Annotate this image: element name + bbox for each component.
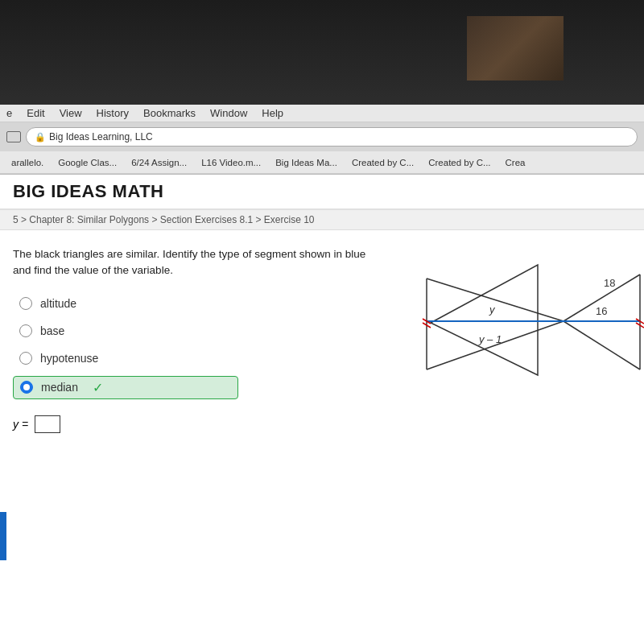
radio-base[interactable]	[19, 324, 32, 337]
lock-icon: 🔒	[35, 132, 46, 142]
radio-inner-dot	[23, 384, 30, 390]
menu-item-view[interactable]: View	[60, 107, 82, 119]
label-18: 18	[604, 277, 615, 289]
radio-altitude[interactable]	[19, 297, 32, 310]
left-triangle	[431, 265, 538, 375]
radio-median[interactable]	[20, 381, 33, 394]
bookmark-created-c1[interactable]: Created by C...	[345, 156, 420, 169]
variable-input-row: y =	[13, 415, 631, 433]
address-bar[interactable]: 🔒 Big Ideas Learning, LLC	[26, 127, 638, 147]
left-tri-bottom-edge	[427, 321, 564, 369]
variable-label: y =	[13, 418, 28, 431]
bookmark-big-ideas-ma[interactable]: Big Ideas Ma...	[269, 156, 344, 169]
browser-window: e Edit View History Bookmarks Window Hel…	[0, 105, 644, 644]
tab-icon[interactable]	[6, 131, 21, 142]
address-bar-text: Big Ideas Learning, LLC	[49, 131, 153, 142]
diagram-svg: y 18 16 y – 1	[419, 242, 644, 403]
menu-item-e[interactable]: e	[6, 107, 12, 119]
right-tri-bottom-edge	[564, 321, 640, 369]
exercise-area: The black triangles are similar. Identif…	[0, 230, 644, 644]
bookmark-l16-video[interactable]: L16 Video.m...	[195, 156, 267, 169]
site-header: BIG IDEAS MATH	[0, 175, 644, 210]
bookmark-crea[interactable]: Crea	[499, 156, 532, 169]
monitor-frame: e Edit View History Bookmarks Window Hel…	[0, 0, 644, 644]
menu-item-window[interactable]: Window	[210, 107, 247, 119]
choice-median[interactable]: median ✓	[13, 376, 238, 399]
checkmark-icon: ✓	[93, 380, 103, 395]
choice-base-label: base	[40, 324, 64, 337]
breadcrumb: 5 > Chapter 8: Similar Polygons > Sectio…	[0, 210, 644, 230]
left-accent-bar	[0, 512, 6, 560]
shelf-furniture	[467, 16, 564, 80]
browser-chrome: 🔒 Big Ideas Learning, LLC arallelo. Goog…	[0, 122, 644, 175]
choice-hypotenuse[interactable]: hypotenuse	[13, 349, 238, 368]
answer-choices: altitude base hypotenuse median	[13, 294, 238, 399]
diagram-container: y 18 16 y – 1	[419, 242, 644, 403]
bookmark-created-c2[interactable]: Created by C...	[422, 156, 497, 169]
menu-item-help[interactable]: Help	[262, 107, 283, 119]
menu-item-history[interactable]: History	[97, 107, 129, 119]
browser-toolbar: 🔒 Big Ideas Learning, LLC	[0, 122, 644, 151]
bookmark-624-assign[interactable]: 6/24 Assign...	[125, 156, 193, 169]
choice-base[interactable]: base	[13, 321, 238, 341]
label-y-minus-1: y – 1	[478, 333, 502, 345]
choice-median-label: median	[41, 381, 78, 394]
bookmark-google-clas[interactable]: Google Clas...	[52, 156, 123, 169]
label-y: y	[489, 303, 496, 316]
question-text: The black triangles are similar. Identif…	[13, 246, 367, 279]
radio-hypotenuse[interactable]	[19, 352, 32, 365]
bookmarks-bar: arallelo. Google Clas... 6/24 Assign... …	[0, 151, 644, 174]
left-tri-top-edge	[427, 279, 564, 321]
page-content: BIG IDEAS MATH 5 > Chapter 8: Similar Po…	[0, 175, 644, 644]
bookmark-arallelo[interactable]: arallelo.	[5, 156, 50, 169]
site-logo: BIG IDEAS MATH	[13, 181, 631, 202]
choice-altitude[interactable]: altitude	[13, 294, 238, 313]
menu-bar: e Edit View History Bookmarks Window Hel…	[0, 105, 644, 122]
variable-input-box[interactable]	[35, 415, 60, 433]
menu-item-bookmarks[interactable]: Bookmarks	[143, 107, 196, 119]
label-16: 16	[596, 305, 607, 317]
menu-item-edit[interactable]: Edit	[27, 107, 44, 119]
choice-altitude-label: altitude	[40, 297, 76, 310]
choice-hypotenuse-label: hypotenuse	[40, 352, 98, 365]
